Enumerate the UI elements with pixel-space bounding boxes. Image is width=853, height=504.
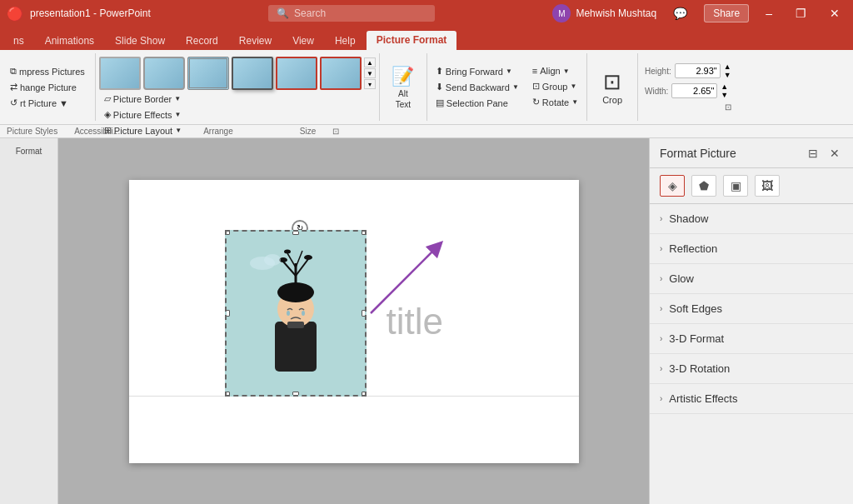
pic-style-3[interactable] (187, 57, 229, 90)
shadow-arrow: › (660, 214, 662, 223)
title-search-box[interactable]: 🔍 Search (268, 5, 435, 22)
arrange-label: Arrange (203, 127, 233, 136)
styles-scroll-down[interactable]: ▼ (364, 68, 376, 78)
pic-style-1[interactable] (99, 57, 141, 90)
size-expand-icon[interactable]: ⊡ (725, 102, 731, 112)
styles-scroll-up[interactable]: ▲ (364, 57, 376, 67)
shadow-section[interactable]: › Shadow (650, 204, 853, 234)
tab-record[interactable]: Record (176, 32, 228, 50)
pic-style-selected[interactable] (320, 57, 362, 90)
picture-effects-icon: ◈ (104, 109, 111, 120)
tab-review[interactable]: Review (229, 32, 282, 50)
tab-slideshow[interactable]: Slide Show (105, 32, 175, 50)
bring-forward-button[interactable]: ⬆ Bring Forward ▼ (431, 64, 524, 78)
pic-style-2[interactable] (143, 57, 185, 90)
panel-icon-size[interactable]: ▣ (723, 175, 748, 197)
picture-border-arrow: ▼ (174, 95, 181, 102)
effects-icon: ◈ (668, 179, 677, 192)
tab-help[interactable]: Help (325, 32, 366, 50)
user-area: M Mehwish Mushtaq (552, 4, 656, 22)
soft-edges-label: Soft Edges (669, 302, 722, 315)
tab-ns[interactable]: ns (3, 32, 34, 50)
title-filename: presentation1 - PowerPoint (30, 7, 151, 19)
handle-tm[interactable] (292, 230, 299, 235)
size-properties-icon: ▣ (731, 179, 741, 192)
width-input[interactable] (671, 83, 717, 98)
minimize-button[interactable]: – (759, 5, 779, 22)
styles-scroll-more[interactable]: ▾ (364, 79, 376, 89)
svg-point-14 (264, 254, 281, 266)
width-spinners[interactable]: ▲▼ (721, 82, 728, 99)
height-input[interactable] (675, 63, 721, 78)
search-icon: 🔍 (277, 7, 289, 19)
handle-br[interactable] (362, 392, 367, 397)
panel-close-button[interactable]: ✕ (826, 145, 843, 162)
handle-tl[interactable] (225, 230, 230, 235)
app-logo-icon: 🔴 (7, 6, 23, 22)
artistic-effects-arrow: › (660, 394, 662, 403)
slide-picture[interactable] (225, 230, 367, 397)
pic-style-4[interactable] (232, 57, 273, 90)
panel-icon-picture[interactable]: 🖼 (755, 175, 780, 197)
group-button[interactable]: ⊡ Group ▼ (527, 79, 583, 93)
picture-effects-button[interactable]: ◈ Picture Effects ▼ (99, 107, 376, 122)
panel-icon-fill-line[interactable]: ⬟ (691, 175, 716, 197)
selection-pane-button[interactable]: ▤ Selection Pane (431, 96, 524, 110)
crop-icon: ⊡ (603, 69, 621, 95)
3d-rotation-section[interactable]: › 3-D Rotation (650, 354, 853, 384)
align-button[interactable]: ≡ Align ▼ (527, 64, 583, 77)
artistic-effects-section[interactable]: › Artistic Effects (650, 384, 853, 414)
handle-bm[interactable] (292, 392, 299, 397)
compress-pictures-button[interactable]: ⧉ mpress Pictures (5, 64, 90, 78)
crop-button[interactable]: ⊡ Crop (596, 66, 629, 108)
share-button[interactable]: Share (704, 4, 749, 22)
handle-ml[interactable] (225, 310, 230, 317)
handle-tr[interactable] (362, 230, 367, 235)
picture-styles-label: Picture Styles (7, 127, 57, 136)
reflection-label: Reflection (669, 242, 717, 255)
close-button[interactable]: ✕ (823, 5, 846, 22)
tab-view[interactable]: View (282, 32, 324, 50)
3d-format-section[interactable]: › 3-D Format (650, 324, 853, 354)
alt-text-icon: 📝 (392, 66, 414, 87)
format-picture-panel: Format Picture ⊟ ✕ ◈ ⬟ ▣ 🖼 › (649, 138, 853, 504)
handle-bl[interactable] (225, 392, 230, 397)
reflection-section[interactable]: › Reflection (650, 234, 853, 264)
comments-button[interactable]: 💬 (666, 5, 694, 22)
size-section: Height: ▲▼ Width: ▲▼ ⊡ (638, 53, 738, 121)
compress-icon: ⧉ (10, 66, 17, 77)
send-backward-icon: ⬇ (436, 82, 443, 92)
soft-edges-section[interactable]: › Soft Edges (650, 294, 853, 324)
restore-button[interactable]: ❐ (789, 5, 813, 22)
alt-text-button[interactable]: 📝 Alt Text (387, 62, 420, 112)
3d-rotation-arrow: › (660, 364, 662, 373)
reflection-arrow: › (660, 244, 662, 253)
search-placeholder: Search (294, 7, 326, 19)
glow-label: Glow (669, 272, 694, 285)
pic-style-5[interactable] (276, 57, 317, 90)
svg-point-11 (287, 311, 290, 316)
left-sidebar: Format (0, 138, 58, 504)
selection-pane-icon: ▤ (436, 97, 444, 108)
tab-picture-format[interactable]: Picture Format (367, 31, 457, 50)
tab-animations[interactable]: Animations (35, 32, 104, 50)
3d-format-arrow: › (660, 334, 662, 343)
panel-icon-effects[interactable]: ◈ (660, 175, 685, 197)
panel-collapse-button[interactable]: ⊟ (805, 145, 821, 162)
glow-section[interactable]: › Glow (650, 264, 853, 294)
svg-point-2 (277, 282, 314, 302)
send-backward-button[interactable]: ⬇ Send Backward ▼ (431, 80, 524, 94)
format-panel-title: Format Picture (660, 147, 736, 160)
slide[interactable]: Clic title ↻ (129, 180, 579, 463)
accessibility-label: Accessibili... (74, 127, 120, 136)
rotate-button[interactable]: ↻ Rotate ▼ (527, 95, 583, 109)
reset-picture-button[interactable]: ↺ rt Picture ▼ (5, 96, 90, 110)
svg-point-10 (284, 249, 291, 253)
handle-mr[interactable] (362, 310, 367, 317)
height-spinners[interactable]: ▲▼ (724, 62, 731, 79)
picture-border-button[interactable]: ▱ Picture Border ▼ (99, 92, 376, 106)
change-picture-button[interactable]: ⇄ hange Picture (5, 80, 90, 94)
slide-area[interactable]: Clic title ↻ (58, 138, 649, 504)
height-label: Height: (645, 67, 671, 76)
size-collapse-icon[interactable]: ⊡ (332, 127, 339, 136)
